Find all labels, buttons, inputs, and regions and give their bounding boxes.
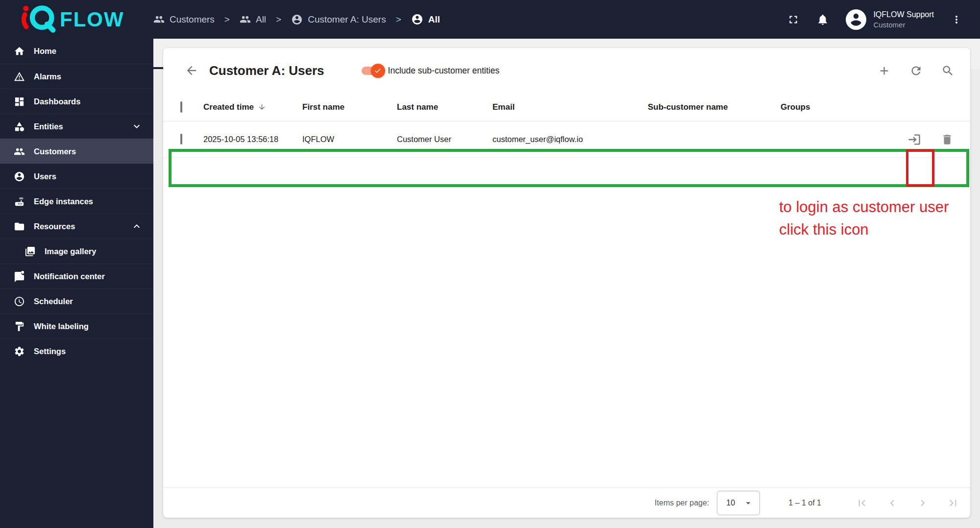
sidebar-item-scheduler[interactable]: Scheduler	[0, 288, 153, 313]
cell-first-name: IQFLOW	[302, 135, 397, 144]
warning-icon	[14, 71, 25, 82]
first-page-button[interactable]	[856, 497, 868, 509]
last-page-button[interactable]	[947, 497, 959, 509]
cell-created-time: 2025-10-05 13:56:18	[203, 135, 302, 144]
search-icon	[941, 64, 955, 77]
clock-icon	[14, 296, 25, 307]
trash-icon	[941, 133, 954, 146]
row-select-cell	[163, 135, 203, 144]
account-circle-icon	[291, 14, 303, 25]
more-menu-button[interactable]	[951, 14, 962, 25]
table-row-user[interactable]: 2025-10-05 13:56:18 IQFLOW Customer User…	[163, 121, 970, 158]
cell-last-name: Customer User	[397, 135, 492, 144]
login-as-user-button[interactable]	[907, 133, 921, 146]
column-header-groups[interactable]: Groups	[781, 102, 903, 112]
bell-icon	[816, 13, 829, 26]
card-toolbar: Customer A: Users Include sub-customer e…	[163, 48, 970, 93]
last-page-icon	[947, 497, 959, 509]
toggle-label: Include sub-customer entities	[388, 66, 500, 76]
sidebar-item-customers[interactable]: Customers	[0, 139, 153, 164]
people-icon	[14, 146, 25, 157]
router-icon	[14, 196, 25, 207]
paginator: Items per page: 10 1 – 1 of 1	[163, 487, 970, 518]
sidebar-item-image-gallery[interactable]: Image gallery	[0, 239, 153, 264]
folder-icon	[14, 221, 25, 232]
pager-controls	[856, 497, 959, 509]
toggle-track	[362, 67, 382, 75]
sort-arrow-down-icon	[258, 103, 266, 111]
sidebar-item-white-labeling[interactable]: White labeling	[0, 313, 153, 338]
dropdown-caret-icon	[743, 498, 754, 508]
people-icon	[240, 14, 251, 25]
brand-logo-text: FLOW	[60, 8, 124, 31]
include-sub-customer-toggle[interactable]: Include sub-customer entities	[362, 66, 500, 76]
sidebar-item-edge-instances[interactable]: Edge instances	[0, 189, 153, 214]
select-all-checkbox[interactable]	[180, 101, 182, 113]
breadcrumb-item-customer-a-users[interactable]: Customer A: Users	[291, 14, 386, 25]
top-header: FLOW Customers > All > Customer A: Users…	[0, 0, 980, 39]
next-page-button[interactable]	[916, 497, 929, 509]
search-button[interactable]	[941, 64, 955, 77]
column-header-sub-customer-name[interactable]: Sub-customer name	[648, 102, 781, 112]
items-per-page-value: 10	[726, 499, 735, 507]
more-vert-icon	[951, 14, 962, 25]
gear-icon	[14, 346, 25, 357]
people-icon	[153, 14, 165, 25]
breadcrumb-item-all-users[interactable]: All	[411, 13, 440, 25]
user-menu[interactable]: IQFLOW Support Customer	[846, 9, 934, 30]
login-icon	[907, 133, 921, 146]
sidebar-item-settings[interactable]: Settings	[0, 338, 153, 363]
refresh-button[interactable]	[909, 64, 923, 77]
user-name: IQFLOW Support	[873, 9, 934, 20]
column-header-last-name[interactable]: Last name	[397, 102, 492, 112]
breadcrumb-item-customers[interactable]: Customers	[153, 14, 215, 25]
sidebar-item-home[interactable]: Home	[0, 39, 153, 64]
arrow-back-icon	[185, 64, 198, 77]
row-checkbox[interactable]	[180, 134, 182, 144]
add-user-button[interactable]	[878, 64, 891, 77]
fullscreen-icon	[787, 13, 800, 26]
photo-library-icon	[24, 246, 36, 257]
header-actions: IQFLOW Support Customer	[787, 9, 980, 30]
column-header-email[interactable]: Email	[492, 102, 648, 112]
sidebar-item-alarms[interactable]: Alarms	[0, 64, 153, 89]
toggle-thumb-check-icon	[371, 64, 385, 78]
cell-email: customer_user@iqflow.io	[492, 135, 648, 144]
chevron-down-icon	[131, 120, 143, 132]
chevron-right-icon	[916, 497, 929, 509]
account-circle-icon	[411, 13, 423, 25]
user-role: Customer	[873, 20, 934, 30]
sidebar-item-entities[interactable]: Entities	[0, 114, 153, 139]
select-all-cell	[163, 102, 203, 112]
sidebar-item-notification-center[interactable]: Notification center	[0, 264, 153, 288]
category-icon	[14, 121, 25, 132]
previous-page-button[interactable]	[886, 497, 899, 509]
items-per-page-select[interactable]: 10	[717, 491, 760, 515]
sidebar-item-users[interactable]: Users	[0, 164, 153, 189]
main-content: All Groups Customer A: Users	[153, 39, 980, 528]
sidebar-item-dashboards[interactable]: Dashboards	[0, 89, 153, 114]
dashboards-icon	[14, 96, 25, 107]
page-title: Customer A: Users	[209, 63, 324, 78]
chevron-up-icon	[131, 220, 143, 232]
first-page-icon	[856, 497, 868, 509]
brand-logo[interactable]: FLOW	[0, 3, 153, 36]
items-per-page-label: Items per page:	[655, 499, 709, 507]
breadcrumb-item-all-customers[interactable]: All	[240, 14, 266, 25]
sidebar-item-resources[interactable]: Resources	[0, 214, 153, 239]
table-actions	[878, 64, 955, 77]
back-button[interactable]	[185, 64, 198, 77]
row-actions	[903, 133, 970, 146]
notifications-button[interactable]	[816, 13, 829, 26]
fullscreen-button[interactable]	[787, 13, 800, 26]
breadcrumb-separator: >	[275, 14, 282, 25]
page-range-label: 1 – 1 of 1	[788, 499, 821, 507]
delete-user-button[interactable]	[941, 133, 954, 146]
column-header-first-name[interactable]: First name	[302, 102, 397, 112]
home-icon	[14, 46, 25, 57]
breadcrumb: Customers > All > Customer A: Users > Al…	[153, 13, 440, 25]
column-header-created-time[interactable]: Created time	[203, 102, 302, 112]
refresh-icon	[909, 64, 923, 77]
chevron-left-icon	[886, 497, 899, 509]
sidebar-nav: Home Alarms Dashboards Entities Customer…	[0, 39, 153, 528]
